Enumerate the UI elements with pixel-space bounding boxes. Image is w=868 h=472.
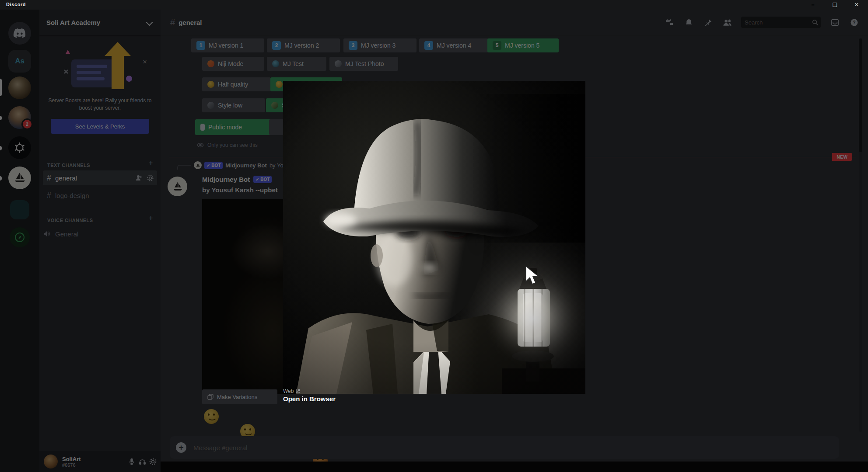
- external-link-icon: [295, 389, 300, 394]
- window-minimize-button[interactable]: −: [804, 0, 822, 10]
- app-title: Discord: [6, 2, 26, 7]
- window-titlebar: Discord − ☐ ×: [0, 0, 868, 10]
- lightbox-footer: Web Open in Browser: [283, 388, 336, 403]
- window-maximize-button[interactable]: ☐: [826, 0, 844, 10]
- web-link[interactable]: Web: [283, 388, 336, 394]
- lightbox-image[interactable]: [283, 81, 585, 394]
- open-in-browser-link[interactable]: Open in Browser: [283, 395, 336, 403]
- mouse-cursor: [525, 266, 540, 287]
- window-close-button[interactable]: ×: [848, 0, 865, 10]
